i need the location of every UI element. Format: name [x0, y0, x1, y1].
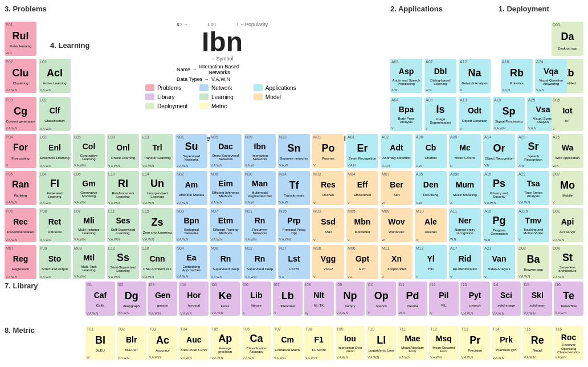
cell-N11[interactable]: N11 Rn Recurrent Networks V,A,W,N [244, 208, 276, 242]
cell-Sp[interactable]: A19 Sp Signal Processing V,A,W,N [493, 97, 525, 131]
cell-Msq[interactable]: T12 Msq Mean Squared Error V,A,W,N [429, 326, 459, 360]
cell-Den[interactable]: A05 Den Denoising A,W [415, 171, 447, 205]
cell-Rid[interactable]: A17 Rid Re-identification V [449, 245, 481, 279]
cell-N13[interactable]: N13 Sn Siamese networks V,A,W [278, 134, 310, 168]
cell-Van[interactable]: A23 Van Video Analysis V [483, 245, 515, 279]
cell-P04[interactable]: P04 For Forecasting N [5, 134, 36, 168]
cell-N08[interactable]: N08 Rn Supervised Deep V,A,W,N [210, 245, 242, 279]
cell-Lb[interactable]: I07 Lb libtorchext V [273, 282, 303, 316]
cell-Yl[interactable]: M12 Yl Yolo V [415, 245, 447, 279]
cell-Ber[interactable]: M07 Ber Bert W [381, 171, 413, 205]
cell-Roc[interactable]: T16 Roc Receiver Operating Characteristi… [554, 326, 583, 360]
cell-N07[interactable]: N07 Etm Efficient Training Methods V,A,W… [210, 208, 242, 242]
cell-Mtl[interactable]: M08 Mtl Multi-Task Learning V,A,W,N [73, 245, 105, 279]
cell-Da[interactable]: D03 Da Desktop app [552, 22, 583, 56]
cell-Eff[interactable]: M04 Eff EfficientNet V [346, 171, 378, 205]
cell-N09[interactable]: N09 Ibn Interaction Networks V,A,W [244, 134, 276, 168]
cell-Pyt[interactable]: I13 Pyt pytorch V,A,W,N [460, 282, 490, 316]
cell-Caf[interactable]: I01 Caf Caffe V,A,W,N [85, 282, 115, 316]
cell-L01[interactable]: L01 Acl Active Learning V,A,W,N [39, 59, 71, 93]
cell-Ba[interactable]: D02 Ba Browser app V,A,W,N [517, 245, 549, 279]
cell-Np[interactable]: I09 Np numpy V,A,W,N [336, 282, 365, 316]
cell-L16[interactable]: L16 Cnn CNN Architectures V,A,W,N [141, 245, 173, 279]
cell-Sr[interactable]: A20 Sr Speech Recognition A,W [517, 134, 549, 168]
cell-Ret[interactable]: P08 Ret Retrieval V,A,W,N [39, 208, 71, 242]
cell-Odt[interactable]: A13 Odt Object Detection V [459, 97, 491, 131]
cell-N03[interactable]: N03 Bpn Biological Networks V,A,W,N [175, 208, 207, 242]
cell-N02[interactable]: N02 Am Attention Models V,A,W,N [175, 171, 207, 205]
cell-Iou[interactable]: T09 Iou Interaction Over Union V,A,W,N [336, 326, 365, 360]
cell-N06[interactable]: N06 Eim Efficient Inference Methods V,A,… [210, 171, 242, 205]
cell-Xn[interactable]: M11 Xn XceptionNet V [381, 245, 413, 279]
cell-Op[interactable]: I10 Op opencv V [366, 282, 396, 316]
cell-Sci[interactable]: I14 Sci solid-image V,A,W,N [492, 282, 521, 316]
cell-Bpa[interactable]: A04 Bpa Body Pose Analysis V [390, 97, 422, 131]
cell-P03[interactable]: P03 Cg Content generation V,A,W,N [5, 97, 36, 131]
cell-Ll[interactable]: T10 Ll Logarithmic Loss V,A,W,N [366, 326, 396, 360]
cell-Er[interactable]: A01 Er Event Recognition V,A,N [346, 134, 378, 168]
cell-Ac[interactable]: T03 Ac Accuracy V,A,W,N [148, 326, 178, 360]
cell-Ale[interactable]: M10 Ale AlexNet V [415, 208, 447, 242]
cell-N04[interactable]: N04 Ea Embedding Approaches V,A,W,N [175, 245, 207, 279]
cell-P02[interactable]: P02 Clu Clustering V,A,W,N [5, 59, 36, 93]
cell-Po[interactable]: M01 Po Posenet V [312, 134, 344, 168]
cell-Bl[interactable]: T01 Bl BLEU W [85, 326, 115, 360]
cell-M07[interactable]: M07 Reg Regression V,A,W,N [5, 245, 36, 279]
cell-St[interactable]: D08 St Serverless architecture V,A,W,N [552, 245, 583, 279]
cell-Na[interactable]: A12 Na Network Analysis N [459, 59, 491, 93]
cell-Res[interactable]: M02 Res ResNet V [312, 171, 344, 205]
cell-Auc[interactable]: T04 Auc Area under Curve V,A,W,N [179, 326, 209, 360]
cell-Or[interactable]: A14 Or Object Recognition V,N [483, 134, 515, 168]
cell-Wov[interactable]: M08 Wov Word2Vec W [381, 208, 413, 242]
cell-N05[interactable]: N05 Dac Deep Supervised Networks V,A,W,N [210, 134, 242, 168]
cell-L09[interactable]: L09 Onl Online Learning V,A,W,N [107, 134, 139, 168]
cell-Cb[interactable]: A06 Cb Chatbot A,W [415, 134, 447, 168]
cell-Adt[interactable]: A02 Adt Anomaly detection V,A,N [381, 134, 413, 168]
cell-P05[interactable]: P05 Ran Ranking V,A,W,N [5, 171, 36, 205]
cell-Api[interactable]: D01 Api API server V,A,W,N [552, 208, 583, 242]
cell-L04[interactable]: L04 Fl Federated Learning V,A,W,N [39, 171, 71, 205]
cell-L13[interactable]: L13 Trl Transfer Learning V,A,W,N [141, 134, 173, 168]
cell-Pr[interactable]: T13 Pr Precision V,A,W,N [460, 326, 490, 360]
cell-L03[interactable]: L03 Enl Ensemble Learning V,A,W,N [39, 134, 71, 168]
cell-Asp-main[interactable]: A03 Asp Audio and Speech Processing A,W [390, 59, 422, 93]
cell-Pg[interactable]: A16 Pg Program Generation W,N [483, 208, 515, 242]
cell-Sto[interactable]: P09 Sto Structured output V,A,W,N [39, 245, 71, 279]
cell-N12[interactable]: N12 Rn Supervised Deep V,A,W,N [244, 245, 276, 279]
cell-Prk[interactable]: T14 Prk Precision @K V,A,W,N [492, 326, 521, 360]
cell-N01[interactable]: N01 Su Supervised Networks V,A,W,N [175, 134, 207, 168]
cell-F1[interactable]: T08 F1 F1 Score V,A,W,N [304, 326, 334, 360]
cell-P01[interactable]: P01 Rul Rules learning W,N [5, 22, 36, 56]
cell-Re[interactable]: T15 Re Recall V,A,W,N [522, 326, 552, 360]
cell-Gpt[interactable]: M06 Gpt GPT V,A [346, 245, 378, 279]
cell-Dg[interactable]: I02 Dg deepgraph V,A,W,N [117, 282, 146, 316]
cell-Ap[interactable]: T05 Ap Average precision V,A,W,N [210, 326, 240, 360]
cell-Gen[interactable]: I03 Gen gensim V,A,W,N [148, 282, 178, 316]
cell-Tmv[interactable]: A22b Tmv Tracking and Motion Video V [517, 208, 549, 242]
cell-N15[interactable]: N15 Prp Proximal Policy Opt V,A,W,N [278, 208, 310, 242]
cell-Mae[interactable]: T11 Mae Mean Absolute Error V,A,W,N [398, 326, 427, 360]
cell-Hor[interactable]: I04 Hor horovod V,A,W,N [179, 282, 209, 316]
cell-N14[interactable]: N14 Tf Transformers V,A,W [278, 171, 310, 205]
cell-Blr[interactable]: T02 Blr BLEURT V,A,W,N [117, 326, 146, 360]
cell-Mum[interactable]: A09b Mum Music Modeling A [449, 171, 481, 205]
cell-Ps[interactable]: A15 Ps Privacy and Security V,A,W,N [483, 171, 515, 205]
cell-L05[interactable]: L05 Col Contrastive Learning V,A,W,N [73, 134, 105, 168]
cell-Mbn[interactable]: M05 Mbn MobileNet V [346, 208, 378, 242]
cell-P06[interactable]: P06 Rec Recommendation V,A,W,N [5, 208, 36, 242]
cell-Ke[interactable]: I05 Ke keras V,A,W,N [210, 282, 240, 316]
cell-L06[interactable]: L06 Gm Generative Modeling V,A,W,N [73, 171, 105, 205]
cell-Ca[interactable]: T06 Ca Classification Accuracy V,A,W,N [242, 326, 271, 360]
cell-Tsa[interactable]: A22 Tsa Time Series Analysis V,A,W,N [517, 171, 549, 205]
cell-Mc[interactable]: A09 Mc Motor Control N [449, 134, 481, 168]
cell-Ner[interactable]: A11 Ner Named entity recognition W,N [449, 208, 481, 242]
cell-Pd[interactable]: I11 Pd Pandas W,N [398, 282, 427, 316]
cell-L10[interactable]: L10 Rl Reinforcement Learning V,A,W,N [107, 171, 139, 205]
cell-L14[interactable]: L14 Un Unsupervised Learning V,A,W,N [141, 171, 173, 205]
cell-N10[interactable]: N10 Man Multimodal Augmented Net V,A,W [244, 171, 276, 205]
cell-Iot[interactable]: D05 Iot IoT V [552, 97, 583, 131]
cell-Dbl[interactable]: A07 Dbl Dialog-based Learning W,N [424, 59, 456, 93]
cell-Vgg[interactable]: M06 Vgg VGG2 V [312, 245, 344, 279]
cell-Vqa[interactable]: A24 Vqa Visual Question Answering V,A,N [535, 59, 567, 93]
cell-Rb[interactable]: A18 Rb Robotics V,A,N [501, 59, 533, 93]
